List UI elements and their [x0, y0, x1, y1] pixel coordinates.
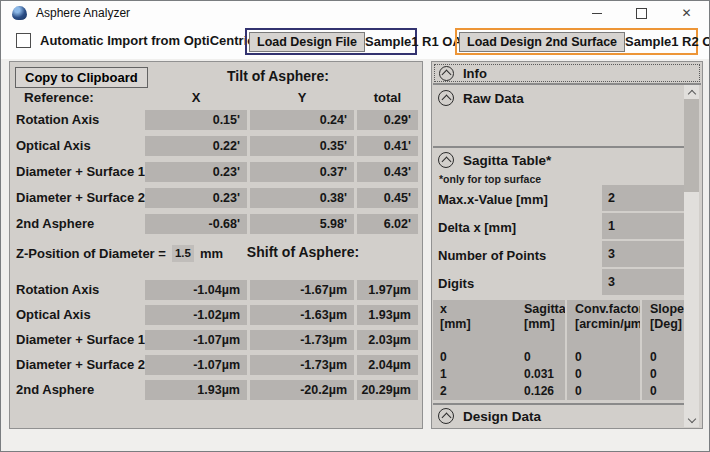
scrollbar-track[interactable] [684, 85, 699, 427]
tilt-y-value: 0.35' [250, 136, 354, 156]
shift-y-value: -1.73µm [250, 355, 354, 375]
separator [433, 146, 685, 148]
sagitta-parameters: Max.x-Value [mm] Delta x [mm] Number of … [438, 185, 686, 297]
max-x-value-input[interactable] [602, 185, 686, 211]
row-label: Diameter + Surface 2 [16, 355, 142, 375]
section-info-expander[interactable]: Info [434, 64, 700, 82]
section-raw-data-label: Raw Data [463, 91, 524, 106]
table-row: Optical Axis -1.02µm -1.63µm 1.93µm [10, 305, 422, 325]
parameter-label: Delta x [mm] [438, 220, 602, 235]
chevron-up-circle-icon [438, 90, 454, 106]
copy-to-clipboard-button[interactable]: Copy to Clipboard [15, 67, 148, 88]
tilt-total-value: 6.02' [357, 214, 418, 234]
tilt-x-value: 0.23' [145, 162, 247, 182]
load-design-file-button[interactable]: Load Design File [249, 32, 365, 52]
parameter-row: Max.x-Value [mm] [438, 185, 686, 213]
window-header: Asphere Analyzer ✕ Automatic Import from… [1, 1, 709, 59]
design-2nd-file-group: Load Design 2nd Surface Sample1 R2 OA.df [455, 28, 698, 55]
row-label: Optical Axis [16, 136, 142, 156]
minimize-button[interactable] [574, 1, 619, 25]
row-label: Diameter + Surface 1 [16, 330, 142, 350]
shift-x-value: 1.93µm [145, 380, 247, 400]
row-label: 2nd Asphere [16, 214, 142, 234]
digits-input[interactable] [602, 269, 686, 295]
column-header-total: total [357, 90, 418, 108]
scrollbar-thumb[interactable] [684, 99, 699, 192]
tilt-x-value: 0.15' [145, 110, 247, 130]
section-design-data-expander[interactable]: Design Data [438, 408, 541, 424]
slope-value: 0 [640, 349, 686, 366]
row-label: Optical Axis [16, 305, 142, 325]
table-row: Diameter + Surface 1 -1.07µm -1.73µm 2.0… [10, 330, 422, 350]
sagitta-x-value: 1 [433, 366, 521, 383]
section-sagitta-expander[interactable]: Sagitta Table* [438, 152, 551, 168]
sagitta-column-header: Slope [Deg] [640, 300, 686, 336]
tilt-x-value: -0.68' [145, 214, 247, 234]
tilt-table: Rotation Axis 0.15' 0.24' 0.29' Optical … [10, 110, 422, 240]
delta-x-input[interactable] [602, 213, 686, 239]
shift-total-value: 2.04µm [357, 355, 418, 375]
tilt-x-value: 0.23' [145, 188, 247, 208]
parameter-label: Number of Points [438, 248, 602, 263]
window-title: Asphere Analyzer [36, 6, 130, 20]
app-icon [12, 6, 27, 20]
auto-import-label: Automatic Import from OptiCentric [40, 33, 255, 48]
toolbar: Automatic Import from OptiCentric Load D… [1, 25, 709, 59]
app-window: Asphere Analyzer ✕ Automatic Import from… [0, 0, 710, 452]
section-sagitta-label: Sagitta Table* [463, 153, 551, 168]
sagitta-value: 0 [521, 349, 565, 366]
table-spacer [565, 336, 640, 349]
sagitta-x-value: 0 [433, 349, 521, 366]
scrollbar-down-button[interactable] [684, 413, 699, 427]
maximize-button[interactable] [619, 1, 664, 25]
shift-y-value: -20.2µm [250, 380, 354, 400]
close-button[interactable]: ✕ [664, 1, 709, 25]
shift-x-value: -1.02µm [145, 305, 247, 325]
shift-x-value: -1.04µm [145, 280, 247, 300]
chevron-down-icon [687, 414, 695, 422]
maximize-icon [636, 8, 647, 19]
table-spacer [433, 336, 521, 349]
shift-table-title: Shift of Asphere: [190, 244, 416, 260]
tilt-x-value: 0.22' [145, 136, 247, 156]
section-raw-data-expander[interactable]: Raw Data [438, 90, 524, 106]
load-design-2nd-button[interactable]: Load Design 2nd Surface [459, 32, 625, 52]
table-spacer [521, 336, 565, 349]
table-row: Diameter + Surface 2 -1.07µm -1.73µm 2.0… [10, 355, 422, 375]
table-row: Rotation Axis 0.15' 0.24' 0.29' [10, 110, 422, 130]
sagitta-value: 0.031 [521, 366, 565, 383]
section-info-label: Info [463, 66, 487, 81]
sagitta-column-header: x [mm] [433, 300, 521, 336]
shift-total-value: 20.29µm [357, 380, 418, 400]
separator [433, 403, 685, 405]
minimize-icon [592, 13, 602, 14]
row-label: Diameter + Surface 2 [16, 188, 142, 208]
details-panel: Info Raw Data Sagitta Table* *only for t… [431, 61, 703, 429]
shift-x-value: -1.07µm [145, 330, 247, 350]
shift-total-value: 2.03µm [357, 330, 418, 350]
auto-import-checkbox[interactable] [16, 33, 31, 48]
number-of-points-input[interactable] [602, 241, 686, 267]
row-label: 2nd Asphere [16, 380, 142, 400]
sagitta-value: 0.126 [521, 383, 565, 400]
parameter-row: Digits [438, 269, 686, 297]
titlebar: Asphere Analyzer ✕ [1, 1, 709, 25]
table-row: Diameter + Surface 2 0.23' 0.38' 0.45' [10, 188, 422, 208]
row-label: Rotation Axis [16, 280, 142, 300]
conv-factor-value: 0 [565, 383, 640, 400]
reference-label: Reference: [16, 90, 142, 108]
scrollbar-up-button[interactable] [684, 85, 699, 99]
table-row: 2nd Asphere 1.93µm -20.2µm 20.29µm [10, 380, 422, 400]
tilt-y-value: 0.24' [250, 110, 354, 130]
tilt-y-value: 5.98' [250, 214, 354, 234]
design-file-group: Load Design File Sample1 R1 OA.df [245, 28, 417, 55]
conv-factor-value: 0 [565, 366, 640, 383]
sagitta-data-table: x [mm] Sagitta [mm] Conv.factor [arcmin/… [433, 300, 686, 400]
shift-y-value: -1.63µm [250, 305, 354, 325]
parameter-label: Max.x-Value [mm] [438, 192, 602, 207]
results-panel: Copy to Clipboard Tilt of Asphere: Refer… [9, 61, 423, 429]
column-header-y: Y [250, 90, 354, 108]
close-icon: ✕ [681, 7, 691, 19]
row-label: Rotation Axis [16, 110, 142, 130]
sagitta-column-header: Sagitta [mm] [521, 300, 565, 336]
